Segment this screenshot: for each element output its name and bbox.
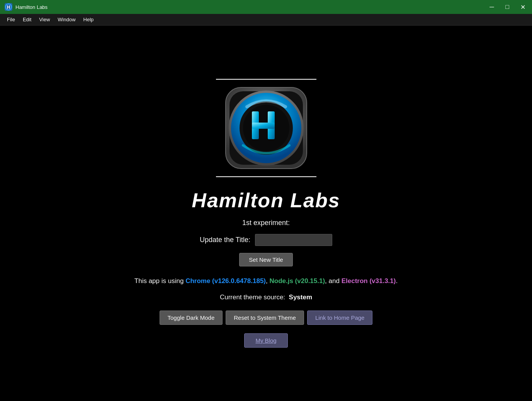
window-controls: ─ □ ✕ [487,2,527,12]
tech-stack-text: This app is using Chrome (v126.0.6478.18… [134,277,398,285]
title-update-row: Update the Title: [200,234,332,246]
logo-container [216,79,316,177]
window-title: Hamilton Labs [15,4,487,10]
maximize-button[interactable]: □ [503,2,512,12]
main-content: Hamilton Labs 1st experiment: Update the… [0,26,532,401]
logo-line-bottom [216,176,316,177]
menu-bar: File Edit View Window Help [0,14,532,26]
link-to-home-page-button[interactable]: Link to Home Page [307,311,373,325]
theme-value: System [289,293,312,301]
menu-edit[interactable]: Edit [19,15,35,24]
svg-rect-10 [252,123,275,129]
minimize-button[interactable]: ─ [487,2,496,12]
title-bar: H Hamilton Labs ─ □ ✕ [0,0,532,14]
action-buttons: Toggle Dark Mode Reset to System Theme L… [160,311,373,325]
menu-view[interactable]: View [35,15,54,24]
node-version: Node.js (v20.15.1) [269,277,325,285]
tech-sep2: , and [325,277,342,285]
tech-suffix: . [396,277,398,285]
theme-source: Current theme source: System [220,293,312,301]
menu-file[interactable]: File [3,15,19,24]
experiment-label: 1st experiment: [242,219,290,227]
app-title: Hamilton Labs [192,189,340,212]
tech-prefix: This app is using [134,277,185,285]
app-icon: H [5,3,12,11]
app-logo [222,84,311,172]
reset-to-system-theme-button[interactable]: Reset to System Theme [226,311,304,325]
set-title-button[interactable]: Set New Title [239,253,292,266]
my-blog-button[interactable]: My Blog [244,333,287,348]
close-button[interactable]: ✕ [518,2,527,12]
menu-window[interactable]: Window [54,15,79,24]
logo-line-top [216,79,316,80]
svg-text:H: H [7,5,10,10]
chrome-version: Chrome (v126.0.6478.185) [185,277,266,285]
update-title-label: Update the Title: [200,236,250,244]
menu-help[interactable]: Help [80,15,98,24]
electron-version: Electron (v31.3.1) [342,277,396,285]
title-input[interactable] [255,234,332,246]
toggle-dark-mode-button[interactable]: Toggle Dark Mode [160,311,223,325]
theme-label: Current theme source: [220,293,285,301]
